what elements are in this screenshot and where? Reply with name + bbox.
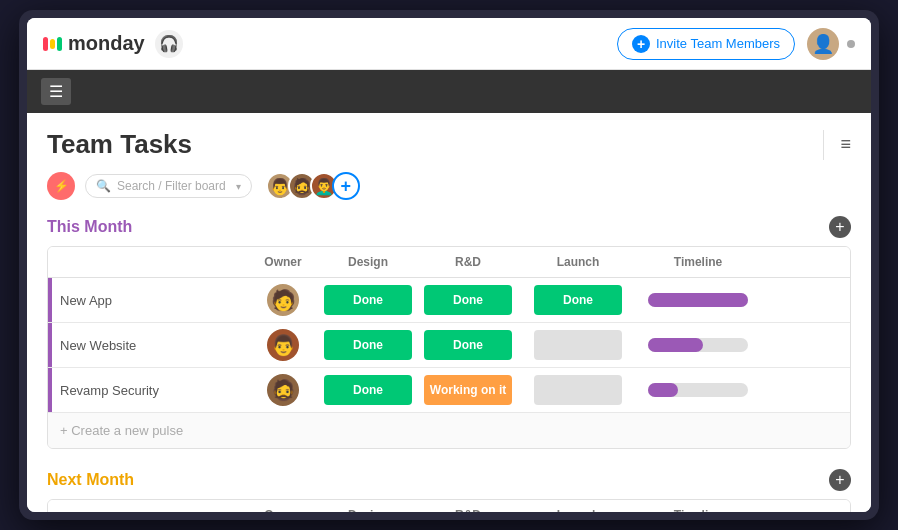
this-month-table: Owner Design R&D Launch Timeline New App — [47, 246, 851, 449]
section-this-month-title: This Month — [47, 218, 132, 236]
main-content: Team Tasks ≡ ⚡ 🔍 Search / Filter board ▾… — [27, 113, 871, 512]
create-pulse-label: + Create a new pulse — [60, 423, 183, 438]
rnd-badge-new-app: Done — [424, 285, 512, 315]
rnd-cell-revamp[interactable]: Working on it — [418, 371, 518, 409]
create-pulse-row-this-month[interactable]: + Create a new pulse — [48, 413, 850, 448]
header-right: + Invite Team Members 👤 — [617, 28, 855, 60]
timeline-fill-revamp — [648, 383, 678, 397]
hamburger-button[interactable]: ☰ — [41, 78, 71, 105]
row-name-new-website[interactable]: New Website — [60, 338, 136, 353]
rnd-cell-new-app[interactable]: Done — [418, 281, 518, 319]
invite-plus-icon: + — [632, 35, 650, 53]
table-header-this-month: Owner Design R&D Launch Timeline — [48, 247, 850, 278]
page-title-row: Team Tasks ≡ — [47, 129, 851, 160]
section-next-month-header: Next Month + — [47, 469, 851, 491]
invite-label: Invite Team Members — [656, 36, 780, 51]
row-name-cell-new-app: New App — [48, 278, 248, 322]
launch-cell-new-website[interactable] — [518, 326, 638, 364]
col-header-name — [48, 253, 248, 271]
col-header-design-nm: Design — [318, 506, 418, 512]
activity-icon[interactable]: ⚡ — [47, 172, 75, 200]
row-accent-revamp — [48, 368, 52, 412]
team-avatars: 👨 🧔 👨‍🦱 + — [266, 172, 360, 200]
menu-bar: ☰ — [27, 70, 871, 113]
add-column-button-this-month[interactable]: + — [829, 216, 851, 238]
laptop-frame: monday 🎧 + Invite Team Members 👤 ☰ Team … — [19, 10, 879, 520]
header-left: monday 🎧 — [43, 30, 183, 58]
col-header-launch-nm: Launch — [518, 506, 638, 512]
col-header-owner-nm: Owner — [248, 506, 318, 512]
owner-avatar-new-app: 🧑 — [267, 284, 299, 316]
app-header: monday 🎧 + Invite Team Members 👤 — [27, 18, 871, 70]
logo-bar-yellow — [50, 39, 55, 49]
row-accent-new-app — [48, 278, 52, 322]
rnd-badge-revamp: Working on it — [424, 375, 512, 405]
timeline-fill-new-website — [648, 338, 703, 352]
design-cell-new-app[interactable]: Done — [318, 281, 418, 319]
col-header-owner: Owner — [248, 253, 318, 271]
section-next-month: Next Month + Owner Design R&D Launch Tim… — [47, 469, 851, 512]
owner-cell-new-website: 👨 — [248, 329, 318, 361]
row-name-cell-new-website: New Website — [48, 323, 248, 367]
col-header-launch: Launch — [518, 253, 638, 271]
logo-icon — [43, 37, 62, 51]
launch-badge-revamp — [534, 375, 622, 405]
col-header-design: Design — [318, 253, 418, 271]
owner-cell-revamp: 🧔 — [248, 374, 318, 406]
row-name-new-app[interactable]: New App — [60, 293, 112, 308]
page-title: Team Tasks — [47, 129, 192, 160]
timeline-cell-new-app — [638, 289, 758, 311]
search-placeholder: Search / Filter board — [117, 179, 226, 193]
col-header-rnd: R&D — [418, 253, 518, 271]
design-cell-new-website[interactable]: Done — [318, 326, 418, 364]
search-box[interactable]: 🔍 Search / Filter board ▾ — [85, 174, 252, 198]
row-name-cell-revamp: Revamp Security — [48, 368, 248, 412]
logo-bar-green — [57, 37, 62, 51]
launch-cell-new-app[interactable]: Done — [518, 281, 638, 319]
row-name-revamp[interactable]: Revamp Security — [60, 383, 159, 398]
design-badge-revamp: Done — [324, 375, 412, 405]
user-avatar[interactable]: 👤 — [807, 28, 839, 60]
timeline-fill-new-app — [648, 293, 748, 307]
design-cell-revamp[interactable]: Done — [318, 371, 418, 409]
search-dropdown-arrow: ▾ — [236, 181, 241, 192]
timeline-cell-revamp — [638, 379, 758, 401]
logo-text: monday — [68, 32, 145, 55]
section-this-month: This Month + Owner Design R&D Launch Tim… — [47, 216, 851, 449]
logo-bar-red — [43, 37, 48, 51]
rnd-cell-new-website[interactable]: Done — [418, 326, 518, 364]
row-accent-new-website — [48, 323, 52, 367]
toolbar: ⚡ 🔍 Search / Filter board ▾ 👨 🧔 👨‍🦱 + — [47, 172, 851, 200]
launch-badge-new-website — [534, 330, 622, 360]
section-this-month-header: This Month + — [47, 216, 851, 238]
launch-badge-new-app: Done — [534, 285, 622, 315]
table-row: Revamp Security 🧔 Done Working on it — [48, 368, 850, 413]
launch-cell-revamp[interactable] — [518, 371, 638, 409]
page-menu-icon[interactable]: ≡ — [840, 134, 851, 155]
add-member-button[interactable]: + — [332, 172, 360, 200]
section-next-month-title: Next Month — [47, 471, 134, 489]
add-column-button-next-month[interactable]: + — [829, 469, 851, 491]
logo: monday — [43, 32, 145, 55]
header-app-icon[interactable]: 🎧 — [155, 30, 183, 58]
search-icon: 🔍 — [96, 179, 111, 193]
table-row: New App 🧑 Done Done Done — [48, 278, 850, 323]
next-month-table: Owner Design R&D Launch Timeline Web App — [47, 499, 851, 512]
owner-avatar-revamp: 🧔 — [267, 374, 299, 406]
col-header-extra-nm — [758, 506, 788, 512]
design-badge-new-app: Done — [324, 285, 412, 315]
col-header-name-nm — [48, 506, 248, 512]
col-header-extra — [758, 253, 788, 271]
col-header-timeline: Timeline — [638, 253, 758, 271]
invite-team-button[interactable]: + Invite Team Members — [617, 28, 795, 60]
avatar-status-dot — [847, 40, 855, 48]
timeline-bar-revamp — [648, 383, 748, 397]
timeline-bar-new-website — [648, 338, 748, 352]
owner-cell-new-app: 🧑 — [248, 284, 318, 316]
owner-avatar-new-website: 👨 — [267, 329, 299, 361]
table-row: New Website 👨 Done Done — [48, 323, 850, 368]
table-header-next-month: Owner Design R&D Launch Timeline — [48, 500, 850, 512]
col-header-rnd-nm: R&D — [418, 506, 518, 512]
screen: monday 🎧 + Invite Team Members 👤 ☰ Team … — [27, 18, 871, 512]
design-badge-new-website: Done — [324, 330, 412, 360]
